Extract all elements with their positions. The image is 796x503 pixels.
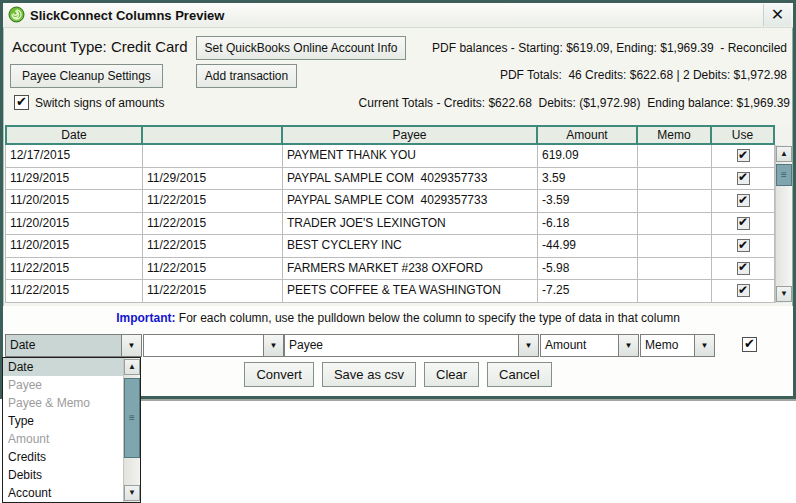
scroll-down-button[interactable]: ▼ xyxy=(124,485,140,501)
cell-memo xyxy=(638,280,712,303)
combo-arrow-button[interactable]: ▼ xyxy=(518,335,538,356)
cell-payee: FARMERS MARKET #238 OXFORD xyxy=(283,258,538,281)
cell-use: ✔ xyxy=(712,280,775,303)
transactions-table: Date Payee Amount Memo Use 12/17/2015 PA… xyxy=(5,125,792,303)
dropdown-item-amount: Amount xyxy=(3,430,123,448)
header-date2[interactable] xyxy=(143,125,283,145)
cell-amount: -3.59 xyxy=(538,190,638,213)
table-row[interactable]: 11/22/2015 11/22/2015 PEETS COFFEE & TEA… xyxy=(5,280,792,303)
scrollbar-thumb[interactable]: ≡ xyxy=(776,164,792,186)
add-transaction-button[interactable]: Add transaction xyxy=(196,64,297,88)
scroll-up-button[interactable]: ▲ xyxy=(776,146,792,162)
dropdown-item-credits[interactable]: Credits xyxy=(3,448,123,466)
cell-amount: -6.18 xyxy=(538,213,638,236)
arrow-down-icon: ▼ xyxy=(780,289,788,298)
dropdown-item-type[interactable]: Type xyxy=(3,412,123,430)
scroll-grip-icon: ≡ xyxy=(129,413,135,423)
cancel-button[interactable]: Cancel xyxy=(487,362,551,387)
table-scrollbar[interactable]: ▲ ≡ ▼ xyxy=(775,145,792,303)
arrow-down-icon: ▼ xyxy=(525,341,533,350)
convert-button[interactable]: Convert xyxy=(244,362,314,387)
switch-signs-checkbox[interactable]: ✔ xyxy=(14,95,29,110)
arrow-down-icon: ▼ xyxy=(625,341,633,350)
pulldown-column-4[interactable]: Amount ▼ xyxy=(540,334,639,357)
check-icon: ✔ xyxy=(738,240,748,250)
arrow-down-icon: ▼ xyxy=(128,341,136,350)
pulldown-value xyxy=(144,335,263,356)
combo-arrow-button[interactable]: ▼ xyxy=(121,335,141,356)
pdf-balances-text: PDF balances - Starting: $619.09, Ending… xyxy=(432,41,787,55)
cell-payee: PAYPAL SAMPLE COM 4029357733 xyxy=(283,168,538,191)
use-checkbox[interactable]: ✔ xyxy=(737,239,750,252)
use-checkbox[interactable]: ✔ xyxy=(737,194,750,207)
scroll-down-button[interactable]: ▼ xyxy=(776,286,792,302)
combo-arrow-button[interactable]: ▼ xyxy=(618,335,638,356)
dropdown-item-account[interactable]: Account xyxy=(3,484,123,502)
check-icon: ✔ xyxy=(738,172,748,182)
header-payee[interactable]: Payee xyxy=(283,125,538,145)
cell-payee: TRADER JOE'S LEXINGTON xyxy=(283,213,538,236)
dropdown-item-date[interactable]: Date xyxy=(3,358,123,376)
cell-date: 11/22/2015 xyxy=(5,280,143,303)
header-corner xyxy=(775,125,792,145)
header-date[interactable]: Date xyxy=(5,125,143,145)
table-row[interactable]: 11/22/2015 11/22/2015 FARMERS MARKET #23… xyxy=(5,258,792,281)
scroll-up-button[interactable]: ▲ xyxy=(124,359,140,375)
cell-memo xyxy=(638,258,712,281)
scrollbar-thumb[interactable]: ≡ xyxy=(124,378,140,458)
titlebar: SlickConnect Columns Preview ✕ xyxy=(3,3,793,28)
table-row[interactable]: 12/17/2015 PAYMENT THANK YOU 619.09 ✔ xyxy=(5,145,792,168)
important-label: Important: xyxy=(116,311,175,325)
pulldown-column-3[interactable]: Payee ▼ xyxy=(284,334,539,357)
column-type-dropdown: Date Payee Payee & Memo Type Amount Cred… xyxy=(2,357,141,503)
cell-date: 11/29/2015 xyxy=(5,168,143,191)
use-checkbox[interactable]: ✔ xyxy=(737,262,750,275)
window-title: SlickConnect Columns Preview xyxy=(30,7,224,24)
cell-use: ✔ xyxy=(712,145,775,168)
cell-use: ✔ xyxy=(712,168,775,191)
pulldown-column-5[interactable]: Memo ▼ xyxy=(640,334,715,357)
cell-use: ✔ xyxy=(712,258,775,281)
pulldown-value: Payee xyxy=(285,335,518,356)
cell-date2: 11/22/2015 xyxy=(143,235,283,258)
table-row[interactable]: 11/20/2015 11/22/2015 TRADER JOE'S LEXIN… xyxy=(5,213,792,236)
use-checkbox[interactable]: ✔ xyxy=(737,217,750,230)
table-row[interactable]: 11/29/2015 11/29/2015 PAYPAL SAMPLE COM … xyxy=(5,168,792,191)
use-checkbox[interactable]: ✔ xyxy=(737,284,750,297)
cell-date: 11/20/2015 xyxy=(5,190,143,213)
use-column-checkbox[interactable]: ✔ xyxy=(742,337,757,352)
arrow-down-icon: ▼ xyxy=(701,341,709,350)
dropdown-item-debits[interactable]: Debits xyxy=(3,466,123,484)
close-button[interactable]: ✕ xyxy=(763,4,791,26)
cell-use: ✔ xyxy=(712,235,775,258)
save-as-csv-button[interactable]: Save as csv xyxy=(322,362,416,387)
cell-payee: BEST CYCLERY INC xyxy=(283,235,538,258)
cell-date2: 11/22/2015 xyxy=(143,280,283,303)
table-row[interactable]: 11/20/2015 11/22/2015 BEST CYCLERY INC -… xyxy=(5,235,792,258)
header-use[interactable]: Use xyxy=(712,125,775,145)
combo-arrow-button[interactable]: ▼ xyxy=(694,335,714,356)
combo-arrow-button[interactable]: ▼ xyxy=(263,335,283,356)
clear-button[interactable]: Clear xyxy=(424,362,479,387)
cell-amount: -5.98 xyxy=(538,258,638,281)
pulldown-column-2[interactable]: ▼ xyxy=(143,334,284,357)
table-row[interactable]: 11/20/2015 11/22/2015 PAYPAL SAMPLE COM … xyxy=(5,190,792,213)
slickconnect-logo-icon xyxy=(8,6,25,23)
header-memo[interactable]: Memo xyxy=(638,125,712,145)
check-icon: ✔ xyxy=(738,285,748,295)
cell-memo xyxy=(638,213,712,236)
set-quickbooks-online-account-info-button[interactable]: Set QuickBooks Online Account Info xyxy=(196,36,406,60)
pulldown-column-1[interactable]: Date ▼ xyxy=(5,334,142,357)
payee-cleanup-settings-button[interactable]: Payee Cleanup Settings xyxy=(10,64,163,88)
dropdown-scrollbar[interactable]: ▲ ≡ ▼ xyxy=(123,358,140,502)
dropdown-item-payee: Payee xyxy=(3,376,123,394)
use-checkbox[interactable]: ✔ xyxy=(737,149,750,162)
cell-amount: -7.25 xyxy=(538,280,638,303)
use-checkbox[interactable]: ✔ xyxy=(737,172,750,185)
check-icon: ✔ xyxy=(738,217,748,227)
cell-date2: 11/29/2015 xyxy=(143,168,283,191)
cell-use: ✔ xyxy=(712,190,775,213)
close-icon: ✕ xyxy=(771,6,784,23)
pdf-totals-text: PDF Totals: 46 Credits: $622.68 | 2 Debi… xyxy=(500,68,787,82)
header-amount[interactable]: Amount xyxy=(538,125,638,145)
